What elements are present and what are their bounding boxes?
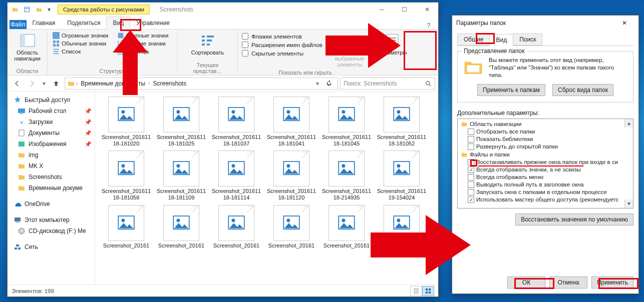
qat-properties[interactable]: [22, 4, 33, 15]
file-item[interactable]: Screenshot_20161118-214935: [320, 150, 373, 202]
sidebar-downloads[interactable]: Загрузки📌: [8, 116, 95, 128]
tab-share[interactable]: Поделиться: [61, 17, 106, 29]
dialog-close-button[interactable]: ✕: [614, 16, 634, 30]
ok-button[interactable]: ОК: [507, 276, 545, 288]
dlg-tab-general[interactable]: Общие: [457, 34, 490, 46]
file-item[interactable]: Screenshot_20161: [265, 204, 317, 250]
sidebar-network[interactable]: Сеть: [8, 242, 95, 252]
scroll-up-button[interactable]: ▴: [624, 119, 633, 128]
search-input[interactable]: Поиск: Screenshots: [340, 78, 435, 90]
svg-rect-3: [53, 32, 60, 39]
sidebar-temp[interactable]: Временные докуме: [8, 182, 95, 194]
file-item[interactable]: Screenshot_20161118-181020: [100, 96, 152, 148]
view-large-icons[interactable]: Крупные значки: [116, 32, 173, 40]
file-item[interactable]: Screenshot_20161119-154024: [376, 150, 428, 202]
file-item[interactable]: Screenshot_20161: [320, 204, 373, 250]
address-dropdown[interactable]: ▾: [312, 77, 323, 90]
file-item[interactable]: Screenshot_20161118-181041: [265, 96, 317, 148]
tree-nav-area[interactable]: Область навигации: [459, 120, 632, 128]
help-icon[interactable]: ?: [423, 22, 434, 29]
sidebar-documents[interactable]: Документы📌: [8, 128, 95, 138]
view-list[interactable]: Список: [52, 48, 113, 56]
restore-defaults-button[interactable]: Восстановить значения по умолчанию: [515, 214, 633, 226]
qat-new-folder[interactable]: [34, 4, 45, 15]
dialog-tabs: Общие Вид Поиск: [457, 34, 633, 46]
file-item[interactable]: Screenshot_20161118-181052: [376, 96, 428, 148]
tree-show-libs[interactable]: Показать библиотеки: [459, 136, 632, 143]
refresh-button[interactable]: [323, 77, 336, 90]
tab-file[interactable]: Файл: [10, 20, 27, 29]
file-item[interactable]: Screenshot_20161118-181025: [155, 96, 207, 148]
file-item[interactable]: Screenshot_20161118-181058: [100, 150, 152, 202]
view-huge-icons[interactable]: Огромные значки: [52, 32, 113, 40]
qat-dropdown[interactable]: ▾: [46, 4, 53, 15]
svg-rect-11: [118, 46, 119, 47]
file-item[interactable]: Screenshot_20161118-181114: [210, 150, 262, 202]
dlg-tab-view[interactable]: Вид: [489, 34, 513, 46]
picture-tools-tab[interactable]: Средства работы с рисунками: [58, 4, 150, 14]
item-checkboxes-option[interactable]: Флажки элементов: [242, 32, 323, 40]
sidebar-cd[interactable]: CD-дисковод (F:) Me: [8, 226, 95, 236]
tree-always-menu[interactable]: Всегда отображать меню: [459, 174, 632, 181]
tree-separate-proc[interactable]: Запускать окна с папками в отдельном про…: [459, 188, 632, 196]
file-item[interactable]: Screenshot_20161: [100, 204, 152, 250]
breadcrumb-a[interactable]: Временные документы: [79, 79, 147, 88]
tab-manage[interactable]: Управление: [130, 17, 176, 29]
file-name: Screenshot_20161118-181109: [156, 188, 206, 200]
sidebar-pictures[interactable]: Изображения📌: [8, 138, 95, 150]
svg-point-38: [121, 110, 125, 114]
view-details-toggle[interactable]: [410, 286, 422, 296]
apply-to-folders-button[interactable]: Применить к папкам: [477, 84, 545, 96]
file-item[interactable]: Screenshot_20161118-181045: [320, 96, 373, 148]
tab-home[interactable]: Главная: [27, 17, 62, 29]
tree-always-icons[interactable]: Всегда отображать значки, а не эскизы: [459, 166, 632, 174]
advanced-settings-tree[interactable]: ▴ ▾ Область навигации Отобразить все пап…: [457, 118, 633, 208]
file-item[interactable]: Screenshot_20161118-181037: [210, 96, 262, 148]
tree-full-path[interactable]: Выводить полный путь в заголовке окна: [459, 181, 632, 188]
forward-button[interactable]: [26, 77, 39, 90]
file-list[interactable]: Screenshot_20161118-181020Screenshot_201…: [95, 92, 438, 284]
reset-folders-button[interactable]: Сброс вида папок: [552, 84, 613, 96]
file-item[interactable]: Screenshot_20161: [376, 204, 428, 250]
options-button[interactable]: Параметры: [377, 32, 407, 56]
minimize-button[interactable]: ─: [371, 2, 393, 16]
back-button[interactable]: [11, 77, 24, 90]
breadcrumb-b[interactable]: Screenshots: [151, 79, 188, 88]
tree-show-all[interactable]: Отобразить все папки: [459, 128, 632, 136]
apply-button[interactable]: Применить: [591, 276, 633, 288]
sidebar-img[interactable]: img: [8, 150, 95, 160]
sidebar-mkx[interactable]: MK X: [8, 160, 95, 172]
sort-button[interactable]: Сортировать: [182, 32, 233, 56]
sidebar-onedrive[interactable]: OneDrive: [8, 198, 95, 210]
tab-view[interactable]: Вид: [106, 16, 130, 30]
cancel-button[interactable]: Отмена: [549, 276, 587, 288]
file-item[interactable]: Screenshot_20161: [155, 204, 207, 250]
tree-expand-open[interactable]: Развернуть до открытой папки: [459, 143, 632, 150]
view-normal-icons[interactable]: Обычные значки: [52, 40, 113, 48]
hidden-items-option[interactable]: Скрытые элементы: [242, 50, 323, 57]
tree-use-wizard[interactable]: Использовать мастер общего доступа (реко…: [459, 196, 632, 204]
quick-access[interactable]: Быстрый доступ: [8, 94, 95, 106]
tree-files-folders[interactable]: Файлы и папки: [459, 150, 632, 158]
up-button[interactable]: [50, 77, 63, 90]
scroll-down-button[interactable]: ▾: [624, 200, 633, 208]
close-button[interactable]: ✕: [416, 2, 438, 16]
maximize-button[interactable]: ☐: [393, 2, 416, 16]
sidebar-screenshots[interactable]: Screenshots: [8, 172, 95, 182]
address-bar[interactable]: › Временные документы › Screenshots ▾: [65, 78, 338, 90]
navigation-pane-button[interactable]: Область навигации: [12, 32, 43, 62]
dlg-tab-search[interactable]: Поиск: [513, 34, 542, 46]
file-item[interactable]: Screenshot_20161: [210, 204, 262, 250]
sidebar-thispc[interactable]: Этот компьютер: [8, 214, 95, 226]
options-label: Параметры: [378, 50, 407, 56]
view-table[interactable]: Таблица: [116, 48, 173, 56]
file-item[interactable]: Screenshot_20161118-181109: [155, 150, 207, 202]
view-small-icons[interactable]: Мелкие значки: [116, 40, 173, 48]
svg-rect-6: [57, 40, 59, 43]
recent-dropdown[interactable]: ▾: [41, 77, 48, 90]
file-extensions-option[interactable]: Расширения имен файлов: [242, 41, 323, 48]
view-icons-toggle[interactable]: [422, 286, 434, 296]
sidebar-desktop[interactable]: Рабочий стол📌: [8, 106, 95, 116]
file-item[interactable]: Screenshot_20161118-181120: [265, 150, 317, 202]
tree-restore-prev[interactable]: Восстанавливать прежние окна папок при в…: [459, 158, 632, 166]
